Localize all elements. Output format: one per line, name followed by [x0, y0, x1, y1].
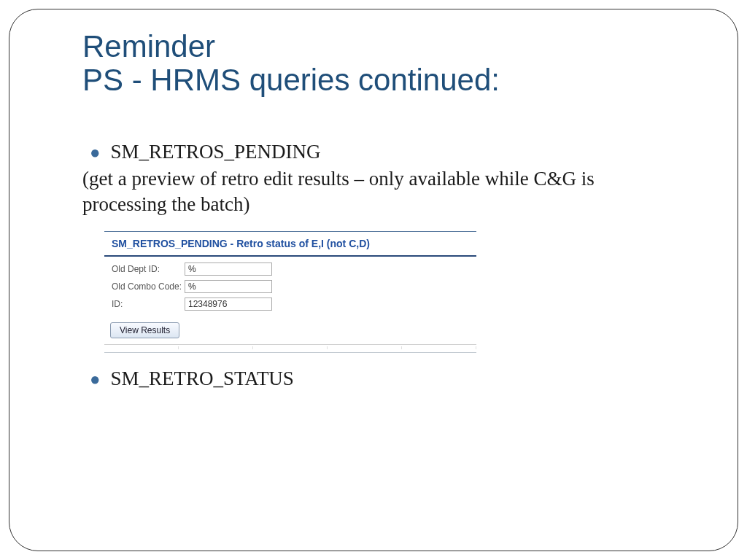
- content-area: ● SM_RETROS_PENDING (get a preview of re…: [90, 141, 665, 389]
- bullet-description-1: (get a preview of retro edit results – o…: [82, 166, 665, 217]
- bullet-item-1: ● SM_RETROS_PENDING: [90, 141, 665, 163]
- panel-body: Old Dept ID: Old Combo Code: ID:: [104, 257, 476, 319]
- view-results-button[interactable]: View Results: [110, 322, 179, 338]
- panel-footer-tabs: [104, 345, 476, 352]
- panel-title: SM_RETROS_PENDING - Retro status of E,I …: [104, 232, 476, 257]
- title-block: Reminder PS - HRMS queries continued:: [82, 30, 665, 97]
- field-row-id: ID:: [112, 298, 476, 311]
- query-panel: SM_RETROS_PENDING - Retro status of E,I …: [104, 231, 476, 353]
- old-combo-label: Old Combo Code:: [112, 281, 185, 292]
- panel-button-row: View Results: [104, 319, 476, 345]
- id-input[interactable]: [185, 298, 272, 311]
- bullet-text-1: SM_RETROS_PENDING: [111, 141, 321, 163]
- bullet-icon: ●: [90, 144, 101, 161]
- title-line1: Reminder: [82, 30, 665, 63]
- title-line2: PS - HRMS queries continued:: [82, 63, 665, 97]
- bullet-text-2: SM_RETRO_STATUS: [111, 368, 294, 390]
- old-combo-input[interactable]: [185, 280, 272, 293]
- old-dept-input[interactable]: [185, 262, 272, 276]
- old-dept-label: Old Dept ID:: [112, 264, 185, 274]
- bullet-icon: ●: [90, 370, 101, 388]
- field-row-old-dept: Old Dept ID:: [112, 262, 476, 276]
- id-label: ID:: [112, 299, 185, 309]
- bullet-item-2: ● SM_RETRO_STATUS: [90, 368, 665, 390]
- field-row-old-combo: Old Combo Code:: [112, 280, 476, 293]
- slide-frame: Reminder PS - HRMS queries continued: ● …: [9, 9, 738, 551]
